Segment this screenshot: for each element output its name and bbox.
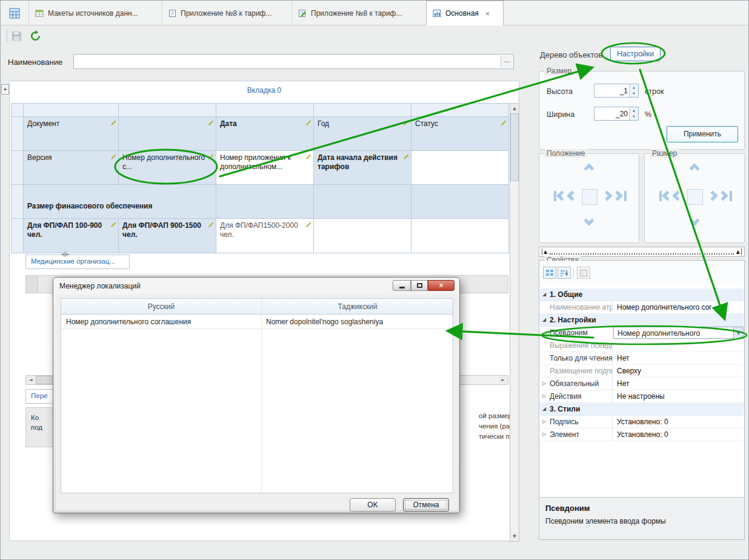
position-last-bar[interactable]	[624, 191, 627, 201]
height-stepper[interactable]: _1 ▲▼	[594, 84, 639, 98]
designer-page-tab[interactable]: Вкладка 0	[10, 86, 519, 95]
row-expand-icon[interactable]: ▷	[542, 381, 546, 386]
tab-splitter-icon[interactable]: ◄║►	[61, 252, 69, 257]
size-first-bar[interactable]	[659, 191, 662, 201]
designer-cell-r1c2[interactable]	[119, 117, 216, 151]
property-row-alias[interactable]: Псевдоним Номер дополнительного ▼	[540, 327, 744, 339]
dialog-titlebar[interactable]: Менеджер локализаций ×	[53, 278, 459, 295]
ok-button[interactable]: OK	[350, 498, 396, 512]
size-down-button[interactable]	[690, 216, 700, 226]
scroll-up-icon[interactable]: ▲	[510, 104, 519, 113]
name-more-button[interactable]: ...	[501, 55, 513, 68]
designer-cell-r1c4[interactable]: Год	[314, 117, 411, 151]
designer-cell-r4c3[interactable]: Для ФП/ФАП1500-2000 чел.	[216, 219, 314, 253]
designer-cell-r3c5[interactable]	[411, 185, 509, 219]
row-expand-icon[interactable]: ▷	[542, 432, 546, 437]
size-up-button[interactable]	[690, 164, 700, 174]
width-stepper[interactable]: _20 ▲▼	[594, 107, 639, 121]
vertical-scrollbar[interactable]: ▲ ▼	[510, 103, 519, 542]
apply-button[interactable]: Применить	[667, 126, 738, 142]
tab-settings[interactable]: Настройки	[610, 47, 661, 61]
property-row-attribute-name[interactable]: Наименование атрибНомер дополнительного …	[540, 301, 744, 314]
categorized-view-button[interactable]	[543, 267, 556, 279]
row-expand-icon[interactable]: ▷	[542, 419, 546, 424]
scroll-down-icon[interactable]: ▼	[510, 532, 519, 541]
cell-text: Для ФП/ФАП 900-1500 чел.	[122, 221, 201, 239]
tab-prilozhenie-8-a[interactable]: Приложение №8 к тариф...	[162, 1, 291, 25]
designer-cell-r3c4[interactable]	[314, 185, 411, 219]
form-view-button[interactable]	[577, 267, 590, 279]
property-row-alias-expression[interactable]: Выражение псевдони	[540, 339, 744, 352]
designer-cell-r1c5[interactable]: Статус	[411, 117, 509, 151]
designer-cell-r2c4[interactable]: Дата начала действия тарифов	[314, 151, 411, 185]
designer-cell-r4c4[interactable]	[314, 219, 411, 253]
home-tab[interactable]	[1, 1, 28, 25]
scrollbar-thumb[interactable]	[510, 113, 519, 181]
scroll-left-icon[interactable]: ◄	[26, 376, 36, 384]
column-header-russian[interactable]: Русский	[61, 302, 261, 311]
tab-medical-organizations[interactable]: Медицинские организац...	[25, 255, 130, 269]
property-row-caption-placement[interactable]: Размещение подписСверху	[540, 365, 744, 378]
designer-cell-r3c3[interactable]	[216, 185, 314, 219]
maximize-button[interactable]	[411, 280, 428, 291]
designer-cell-r1c1[interactable]: Документ	[24, 117, 119, 151]
position-down-button[interactable]	[584, 216, 594, 226]
property-row-readonly[interactable]: Только для чтенияНет	[540, 352, 744, 365]
property-category[interactable]: ◢2. Настройки	[540, 314, 744, 327]
designer-cell-r4c2[interactable]: Для ФП/ФАП 900-1500 чел.	[119, 219, 216, 253]
position-skip-right-button[interactable]	[613, 191, 623, 201]
name-input[interactable]	[74, 55, 501, 68]
refresh-button[interactable]	[30, 30, 41, 44]
position-left-button[interactable]	[567, 191, 578, 201]
property-category[interactable]: ◢1. Общие	[540, 288, 744, 301]
position-skip-left-button[interactable]	[557, 191, 567, 201]
designer-cell-r3-merged[interactable]: Размер финансового обеспечения	[24, 185, 216, 219]
size-last-bar[interactable]	[730, 191, 732, 201]
position-first-bar[interactable]	[554, 191, 556, 201]
scroll-right-icon[interactable]: ►	[498, 376, 508, 384]
position-up-button[interactable]	[584, 164, 594, 174]
column-header-tajik[interactable]: Таджикский	[261, 302, 454, 311]
ruler-marker-icon[interactable]: ▲	[736, 250, 740, 255]
property-row-caption-style[interactable]: ▷ПодписьУстановлено: 0	[540, 416, 744, 428]
designer-cell-r2c3[interactable]: Номер приложения к дополнительном...	[216, 151, 314, 185]
alias-combobox[interactable]: Номер дополнительного ▼	[613, 327, 744, 339]
tab-object-tree[interactable]: Дерево объектов	[540, 50, 602, 59]
spinner-buttons[interactable]: ▲▼	[629, 84, 638, 97]
close-button[interactable]: ×	[428, 280, 454, 291]
russian-value[interactable]: Номер дополнительного соглашения	[66, 318, 191, 326]
designer-cell-r4c5[interactable]	[411, 219, 509, 253]
minimize-button[interactable]	[393, 280, 411, 291]
localization-row[interactable]: Номер дополнительного соглашения Nomer d…	[61, 315, 453, 329]
size-skip-right-button[interactable]	[718, 191, 728, 201]
row-expand-icon[interactable]: ▷	[542, 393, 546, 399]
designer-cell-r2c5[interactable]	[411, 151, 509, 185]
designer-cell-r1c3[interactable]: Дата	[216, 117, 314, 151]
size-right-button[interactable]	[708, 191, 718, 201]
property-category[interactable]: ◢3. Стили	[540, 403, 744, 416]
size-skip-left-button[interactable]	[662, 191, 673, 201]
spinner-buttons[interactable]: ▲▼	[629, 107, 638, 120]
save-button[interactable]	[12, 31, 22, 43]
tab-maket-istochnikov[interactable]: Макеты источников данн...	[28, 1, 162, 25]
tab-close-icon[interactable]: ×	[485, 9, 490, 18]
size-left-button[interactable]	[673, 191, 683, 201]
cancel-button[interactable]: Отмена	[403, 498, 449, 512]
ruler-marker-icon[interactable]: ▲	[544, 250, 547, 255]
designer-cell-r2c1[interactable]: Версия	[24, 151, 119, 185]
position-right-button[interactable]	[602, 191, 613, 201]
property-row-element-style[interactable]: ▷ЭлементУстановлено: 0	[540, 428, 744, 441]
position-center-box	[582, 189, 598, 205]
ruler-end-bar	[542, 248, 542, 255]
tab-prilozhenie-8-b[interactable]: Приложение №8 к тариф...	[291, 1, 426, 25]
tajik-value[interactable]: Nomer dopolnitel'nogo soglasheniya	[266, 318, 383, 326]
designer-cell-r4c1[interactable]: Для ФП/ФАП 100-900 чел.	[24, 219, 119, 253]
designer-cell-r2c2-highlighted[interactable]: Номер дополнительного с...	[119, 151, 216, 185]
sort-az-button[interactable]	[558, 267, 571, 279]
property-row-actions[interactable]: ▷ДействияНе настроены	[540, 390, 744, 403]
designer-add-button[interactable]: +	[1, 84, 9, 95]
document-tab-bar: Макеты источников данн... Приложение №8 …	[1, 1, 748, 25]
property-row-required[interactable]: ▷ОбязательныйНет	[540, 378, 744, 390]
chevron-down-icon[interactable]: ▼	[733, 327, 743, 339]
tab-osnovnaya-active[interactable]: Основная ×	[426, 1, 504, 25]
